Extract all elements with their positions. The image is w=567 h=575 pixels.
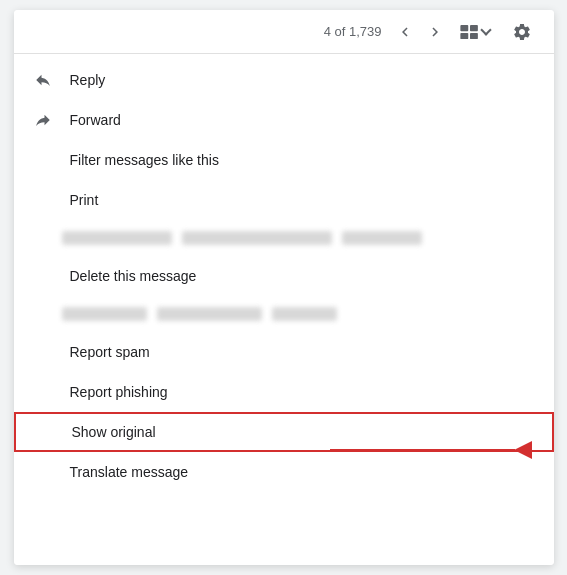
svg-rect-1 [470,25,478,31]
reply-icon [34,71,62,89]
grid-view-icon [460,25,480,39]
report-spam-label: Report spam [70,344,534,360]
blur-bar-2c [272,307,337,321]
forward-label: Forward [70,112,534,128]
menu-item-translate[interactable]: Translate message [14,452,554,492]
gear-icon [512,22,532,42]
forward-icon [34,111,62,129]
translate-label: Translate message [70,464,534,480]
menu-item-show-original[interactable]: Show original [14,412,554,452]
menu-item-report-spam[interactable]: Report spam [14,332,554,372]
blur-bar-1a [62,231,172,245]
chevron-left-icon [396,23,414,41]
show-original-label: Show original [72,424,532,440]
menu-item-reply[interactable]: Reply [14,60,554,100]
blurred-row-1 [14,220,554,256]
menu-item-forward[interactable]: Forward [14,100,554,140]
blur-bar-1c [342,231,422,245]
menu-item-report-phishing[interactable]: Report phishing [14,372,554,412]
print-label: Print [70,192,534,208]
settings-button[interactable] [504,18,540,46]
main-container: 4 of 1,739 [14,10,554,565]
svg-rect-2 [460,32,468,38]
view-options-button[interactable] [454,21,496,43]
blur-bar-2b [157,307,262,321]
menu-item-delete[interactable]: Delete this message [14,256,554,296]
prev-button[interactable] [390,19,420,45]
blur-bar-1b [182,231,332,245]
dropdown-menu: Reply Forward Filter messages like this … [14,54,554,565]
dropdown-chevron-icon [480,24,491,35]
reply-label: Reply [70,72,534,88]
menu-item-print[interactable]: Print [14,180,554,220]
report-phishing-label: Report phishing [70,384,534,400]
blur-bar-2a [62,307,147,321]
delete-label: Delete this message [70,268,534,284]
next-button[interactable] [420,19,450,45]
filter-label: Filter messages like this [70,152,534,168]
blurred-row-2 [14,296,554,332]
svg-rect-3 [470,32,478,38]
top-bar: 4 of 1,739 [14,10,554,54]
pagination-info: 4 of 1,739 [324,24,382,39]
menu-item-filter[interactable]: Filter messages like this [14,140,554,180]
chevron-right-icon [426,23,444,41]
svg-rect-0 [460,25,468,31]
